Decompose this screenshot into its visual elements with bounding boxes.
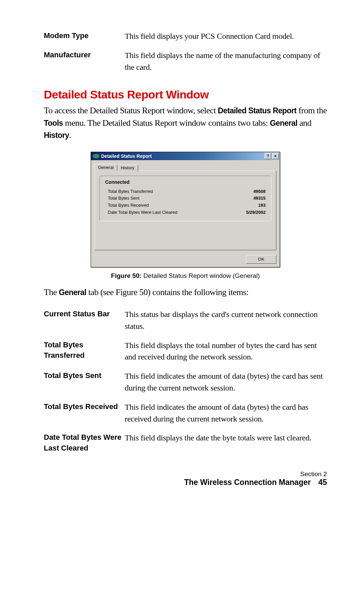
def-term: Total Bytes Sent — [44, 370, 125, 394]
status-group: Connected Total Bytes Transferred 49508 … — [99, 176, 271, 221]
figure-number: Figure 50: — [111, 272, 142, 279]
def-desc: This field indicates the amount of data … — [125, 370, 327, 394]
tab-strip: General History — [94, 164, 276, 171]
def-row: Total Bytes Sent This field indicates th… — [44, 370, 327, 394]
stat-row: Total Bytes Sent 49315 — [105, 195, 266, 202]
text: and — [297, 118, 311, 128]
stat-row: Date Total Bytes Were Last Cleared 5/29/… — [105, 209, 266, 216]
status-label: Connected — [105, 179, 266, 185]
stat-label: Date Total Bytes Were Last Cleared — [108, 209, 235, 216]
def-row: Date Total Bytes Were Last Cleared This … — [44, 432, 327, 454]
stat-value: 193 — [235, 202, 266, 209]
dialog-titlebar: Detailed Status Report ? × — [91, 152, 280, 160]
text: tab (see Figure 50) contains the followi… — [86, 287, 248, 297]
def-term: Current Status Bar — [44, 309, 125, 332]
def-desc: This status bar displays the card's curr… — [125, 309, 327, 332]
text: To access the Detailed Status Report win… — [44, 106, 218, 115]
figure-wrap: Detailed Status Report ? × General Histo… — [44, 152, 327, 267]
stat-value: 49508 — [235, 188, 266, 195]
figure-caption: Figure 50: Detailed Status Report window… — [44, 272, 327, 280]
status-report-dialog: Detailed Status Report ? × General Histo… — [91, 152, 280, 267]
stat-label: Total Bytes Received — [108, 202, 235, 209]
stat-value: 49315 — [235, 195, 266, 202]
text: The — [44, 287, 59, 297]
bold-text: Tools — [44, 119, 63, 127]
def-term: Modem Type — [44, 30, 125, 42]
def-term: Total Bytes Received — [44, 401, 125, 425]
page-footer: Section 2 The Wireless Connection Manage… — [44, 470, 327, 487]
def-row-manufacturer: Manufacturer This field displays the nam… — [44, 50, 327, 73]
def-desc: This field displays the date the byte to… — [125, 432, 327, 454]
def-term: Date Total Bytes Were Last Cleared — [44, 432, 125, 454]
def-row: Total Bytes Received This field indicate… — [44, 401, 327, 425]
bold-text: Detailed Status Report — [218, 106, 296, 115]
footer-page-number: 45 — [318, 478, 327, 487]
text: from the — [297, 106, 327, 115]
def-row: Total Bytes Transferred This field displ… — [44, 340, 327, 363]
def-desc: This field indicates the amount of data … — [125, 401, 327, 425]
footer-section: Section 2 — [44, 470, 327, 478]
dialog-button-row: OK — [91, 252, 280, 267]
def-row: Current Status Bar This status bar displ… — [44, 309, 327, 332]
stat-label: Total Bytes Sent — [108, 195, 235, 202]
tab-panel-general: Connected Total Bytes Transferred 49508 … — [94, 171, 276, 250]
tab-history[interactable]: History — [117, 165, 138, 172]
def-term: Total Bytes Transferred — [44, 340, 125, 363]
stat-label: Total Bytes Transferred — [108, 188, 235, 195]
post-figure-paragraph: The General tab (see Figure 50) contains… — [44, 286, 327, 298]
help-button[interactable]: ? — [265, 153, 271, 159]
figure-text: Detailed Status Report window (General) — [142, 272, 260, 279]
stat-row: Total Bytes Transferred 49508 — [105, 188, 266, 195]
intro-paragraph: To access the Detailed Status Report win… — [44, 105, 327, 141]
text: . — [69, 130, 71, 140]
bold-text: General — [59, 288, 86, 297]
close-button[interactable]: × — [272, 153, 279, 159]
def-desc: This field displays your PCS Connection … — [125, 30, 327, 42]
def-desc: This field displays the name of the manu… — [125, 50, 327, 73]
stat-row: Total Bytes Received 193 — [105, 202, 266, 209]
tab-general[interactable]: General — [94, 164, 117, 171]
dialog-title: Detailed Status Report — [101, 153, 264, 159]
def-term: Manufacturer — [44, 50, 125, 73]
text: menu. The Detailed Status Report window … — [63, 118, 270, 128]
def-desc: This field displays the total number of … — [125, 340, 327, 363]
footer-title: The Wireless Connection Manager — [184, 478, 311, 487]
ok-button[interactable]: OK — [246, 255, 276, 264]
def-row-modem-type: Modem Type This field displays your PCS … — [44, 30, 327, 42]
app-icon — [93, 154, 99, 158]
bold-text: History — [44, 131, 69, 140]
bold-text: General — [270, 119, 297, 127]
section-heading: Detailed Status Report Window — [44, 88, 327, 101]
stat-value: 5/29/2002 — [235, 209, 266, 216]
